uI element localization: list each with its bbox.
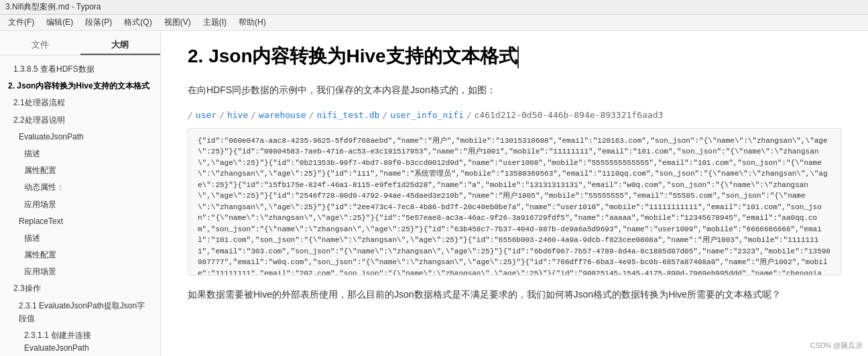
sidebar-item[interactable]: 2.2处理器说明 — [0, 112, 160, 129]
sidebar-item[interactable]: 描述 — [0, 145, 160, 162]
sidebar-item[interactable]: 属性配置 — [0, 162, 160, 179]
watermark: CSDN @脑瓜凉 — [810, 341, 863, 351]
sidebar-item[interactable]: 1.3.8.5 查看HDFS数据 — [0, 61, 160, 78]
sidebar-item[interactable]: 描述 — [0, 230, 160, 247]
code-block: {"id":"060e047a-aac8-4235-9625-5fd9f768a… — [188, 128, 841, 276]
menu-edit[interactable]: 编辑(E) — [41, 15, 78, 29]
content-area: 2. Json内容转换为Hive支持的文本格式 在向HDFS同步数据的示例中，我… — [161, 31, 868, 356]
sidebar-item[interactable]: 动态属性： — [0, 179, 160, 196]
tab-outline[interactable]: 大纲 — [80, 36, 161, 55]
title-bar: 3.Nifi典型案例.md - Typora — [0, 0, 868, 15]
sidebar: 文件 大纲 1.3.8.5 查看HDFS数据2. Json内容转换为Hive支持… — [0, 31, 161, 356]
menu-view[interactable]: 视图(V) — [159, 15, 196, 29]
path-segment: hive — [227, 110, 248, 120]
path-separator: / — [467, 110, 472, 120]
path-segment: user_info_nifi — [390, 110, 464, 120]
sidebar-item[interactable]: 属性配置 — [0, 247, 160, 263]
path-separator: / — [382, 110, 387, 120]
path-segment-hash: c461d212-0d50-446b-894e-893321f6aad3 — [475, 110, 664, 120]
menu-theme[interactable]: 主题(I) — [198, 15, 232, 29]
sidebar-item[interactable]: ReplaceText — [0, 213, 160, 230]
path-segment: warehouse — [259, 110, 306, 120]
sidebar-item[interactable]: EvaluateJsonPath — [0, 129, 160, 145]
menu-file[interactable]: 文件(F) — [3, 15, 40, 29]
sidebar-items-container: 1.3.8.5 查看HDFS数据2. Json内容转换为Hive支持的文本格式2… — [0, 61, 160, 356]
sidebar-item[interactable]: 2.1处理器流程 — [0, 95, 160, 111]
menu-help[interactable]: 帮助(H) — [233, 15, 271, 29]
menu-paragraph[interactable]: 段落(P) — [80, 15, 117, 29]
path-segment: nifi_test.db — [316, 110, 379, 120]
sidebar-item[interactable]: 2.3.1.1 创建并连接EvaluateJsonPath — [0, 327, 160, 356]
menu-bar: 文件(F) 编辑(E) 段落(P) 格式(Q) 视图(V) 主题(I) 帮助(H… — [0, 15, 868, 31]
path-segment: user — [196, 110, 216, 120]
path-separator: / — [219, 110, 225, 120]
main-layout: 文件 大纲 1.3.8.5 查看HDFS数据2. Json内容转换为Hive支持… — [0, 31, 868, 356]
cursor — [517, 46, 519, 69]
path-breadcrumb: /user/hive/warehouse/nifi_test.db/user_i… — [188, 110, 841, 120]
conclusion-paragraph: 如果数据需要被Hive的外部表所使用，那么目前的Json数据格式是不满足要求的，… — [188, 286, 841, 303]
sidebar-item[interactable]: 2. Json内容转换为Hive支持的文本格式 — [0, 78, 160, 95]
intro-paragraph: 在向HDFS同步数据的示例中，我们保存的文本内容是Json格式的，如图： — [188, 82, 841, 99]
path-separator: / — [309, 110, 314, 120]
doc-title: 2. Json内容转换为Hive支持的文本格式 — [188, 44, 841, 68]
path-separator: / — [188, 110, 193, 120]
sidebar-item[interactable]: 2.3.1 EvaluateJsonPath提取Json字段值 — [0, 298, 160, 327]
menu-format[interactable]: 格式(Q) — [119, 15, 157, 29]
sidebar-item[interactable]: 应用场景 — [0, 263, 160, 280]
sidebar-item[interactable]: 2.3操作 — [0, 280, 160, 297]
title-text: 3.Nifi典型案例.md - Typora — [5, 1, 101, 13]
tab-file[interactable]: 文件 — [0, 36, 80, 55]
sidebar-tabs: 文件 大纲 — [0, 36, 160, 56]
sidebar-item[interactable]: 应用场景 — [0, 196, 160, 213]
path-separator: / — [251, 110, 256, 120]
doc-title-text: 2. Json内容转换为Hive支持的文本格式 — [188, 46, 517, 66]
